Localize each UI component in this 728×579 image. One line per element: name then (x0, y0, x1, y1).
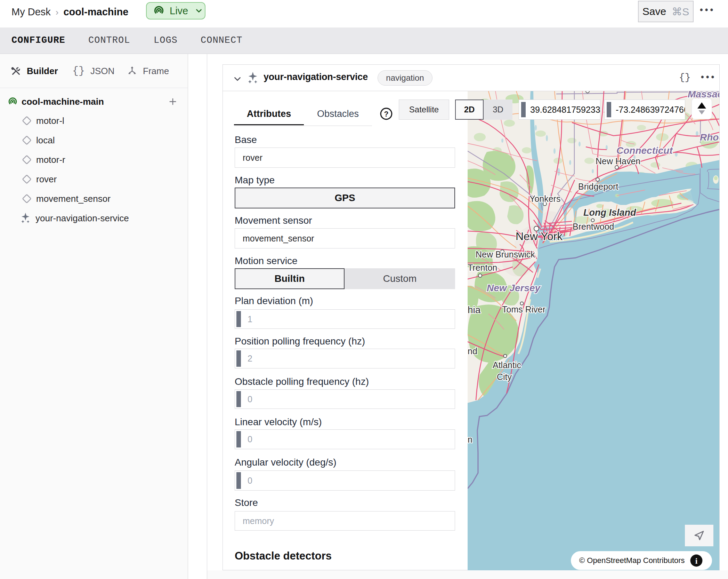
svg-text:hia: hia (468, 304, 481, 315)
svg-text:New York: New York (516, 230, 563, 243)
svg-text:Toms River: Toms River (502, 304, 545, 314)
svg-text:New Haven: New Haven (596, 156, 640, 166)
svg-text:Connecticut: Connecticut (616, 145, 673, 156)
svg-text:Atlantic: Atlantic (493, 360, 521, 370)
svg-text:n: n (468, 435, 472, 444)
svg-text:Trenton: Trenton (468, 263, 497, 272)
svg-text:City: City (497, 372, 512, 382)
svg-text:New Brunswick: New Brunswick (476, 249, 535, 259)
svg-text:Yonkers: Yonkers (529, 194, 560, 204)
svg-text:Rhod: Rhod (700, 132, 719, 143)
svg-text:Brentwood: Brentwood (573, 222, 614, 231)
svg-text:Bridgeport: Bridgeport (578, 182, 618, 191)
svg-text:?: ? (384, 110, 388, 118)
svg-text:New Jersey: New Jersey (487, 283, 541, 293)
svg-text:nd: nd (468, 346, 477, 356)
svg-text:Long Island: Long Island (583, 207, 636, 218)
svg-text:i: i (695, 556, 697, 565)
